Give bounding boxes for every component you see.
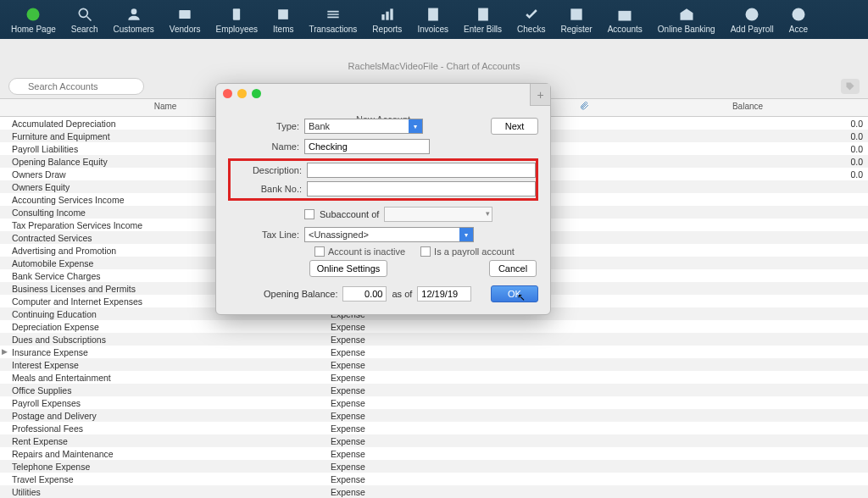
column-attach[interactable] — [542, 99, 627, 116]
description-label: Description: — [231, 165, 307, 175]
opening-balance-input[interactable] — [342, 286, 387, 302]
account-name: Depreciation Expense — [0, 322, 331, 332]
account-type: Expense — [331, 462, 542, 472]
svg-point-3 — [131, 8, 136, 14]
maximize-icon[interactable] — [252, 89, 261, 98]
onlinebanking-icon — [678, 6, 695, 23]
toolbar-invoices[interactable]: Invoices — [409, 4, 456, 36]
account-balance: 0.0 — [627, 119, 868, 129]
asof-date-input[interactable] — [417, 286, 471, 302]
svg-point-1 — [79, 8, 87, 17]
minimize-icon[interactable] — [237, 89, 247, 98]
svg-rect-11 — [478, 8, 488, 20]
svg-rect-5 — [233, 8, 240, 19]
table-row[interactable]: Office SuppliesExpense — [0, 384, 868, 396]
toolbar-search[interactable]: Search — [64, 4, 106, 36]
window-title: RachelsMacVideoFile - Chart of Accounts — [0, 56, 868, 75]
table-row[interactable]: Travel ExpenseExpense — [0, 473, 868, 485]
account-type: Expense — [331, 423, 542, 434]
register-icon — [568, 6, 585, 23]
account-type: Expense — [331, 347, 542, 357]
account-type: Expense — [331, 436, 542, 446]
cancel-button[interactable]: Cancel — [489, 260, 537, 277]
close-icon[interactable] — [223, 89, 232, 98]
toolbar-onlinebanking[interactable]: Online Banking — [650, 4, 723, 36]
payroll-checkbox[interactable] — [420, 246, 431, 257]
table-row[interactable]: Payroll ExpensesExpense — [0, 396, 868, 409]
account-name: Travel Expense — [0, 474, 331, 484]
svg-point-0 — [27, 8, 40, 20]
chevron-down-icon: ▾ — [409, 119, 422, 133]
online-settings-button[interactable]: Online Settings — [309, 260, 387, 277]
table-row[interactable]: ▶Insurance ExpenseExpense — [0, 346, 868, 358]
account-type: Expense — [331, 487, 542, 497]
table-row[interactable]: Interest ExpenseExpense — [0, 358, 868, 371]
toolbar-customers[interactable]: Customers — [106, 4, 162, 36]
toolbar-transactions[interactable]: Transactions — [301, 4, 364, 36]
table-row[interactable]: Repairs and MaintenanceExpense — [0, 447, 868, 460]
acce-icon — [790, 6, 807, 23]
account-type: Expense — [331, 449, 542, 459]
cursor-icon: ↖ — [517, 291, 526, 303]
toolbar-checks[interactable]: Checks — [509, 4, 553, 36]
account-type: Expense — [331, 398, 542, 408]
toolbar-vendors[interactable]: Vendors — [162, 4, 209, 36]
svg-rect-9 — [390, 8, 392, 19]
name-label: Name: — [228, 141, 304, 152]
svg-rect-4 — [180, 10, 191, 19]
account-type: Expense — [331, 360, 542, 370]
table-row[interactable]: Rent ExpenseExpense — [0, 434, 868, 447]
table-row[interactable]: Telephone ExpenseExpense — [0, 460, 868, 473]
tag-icon[interactable] — [841, 79, 860, 94]
taxline-select[interactable]: <Unassigned> ▾ — [304, 227, 474, 242]
toolbar-items[interactable]: Items — [265, 4, 301, 36]
account-balance: 0.0 — [627, 157, 868, 167]
employees-icon — [228, 6, 245, 23]
toolbar-employees[interactable]: Employees — [209, 4, 265, 36]
opening-balance-label: Opening Balance: — [264, 289, 337, 299]
ok-button[interactable]: OK ↖ — [491, 285, 538, 302]
column-balance[interactable]: Balance — [627, 99, 868, 116]
account-name: Repairs and Maintenance — [0, 449, 331, 459]
account-balance: 0.0 — [627, 131, 868, 141]
toolbar-addpayroll[interactable]: Add Payroll — [723, 4, 782, 36]
checks-icon — [523, 6, 540, 23]
customers-icon — [125, 6, 142, 23]
toolbar-accounts[interactable]: Accounts — [600, 4, 650, 36]
toolbar-enterbills[interactable]: Enter Bills — [456, 4, 509, 36]
inactive-checkbox[interactable] — [314, 246, 325, 257]
toolbar-reports[interactable]: Reports — [364, 4, 409, 36]
table-row[interactable]: Meals and EntertainmentExpense — [0, 371, 868, 384]
svg-rect-12 — [570, 8, 581, 19]
description-input[interactable] — [307, 163, 536, 178]
table-row[interactable]: UtilitiesExpense — [0, 485, 868, 498]
subaccount-select[interactable]: ▾ — [384, 207, 492, 222]
table-row[interactable]: Professional FeesExpense — [0, 422, 868, 434]
items-icon — [275, 6, 292, 23]
chevron-down-icon: ▾ — [486, 209, 490, 218]
svg-rect-8 — [386, 11, 388, 19]
svg-rect-10 — [428, 8, 438, 20]
search-input[interactable] — [8, 78, 144, 95]
account-type: Expense — [331, 474, 542, 484]
payroll-label: Is a payroll account — [434, 246, 515, 257]
asof-label: as of — [392, 289, 412, 299]
toolbar-home[interactable]: Home Page — [3, 4, 64, 36]
bankno-label: Bank No.: — [231, 184, 307, 194]
highlighted-fields: Description: Bank No.: — [228, 158, 538, 201]
search-icon — [76, 6, 93, 23]
name-input[interactable] — [304, 139, 430, 154]
type-select[interactable]: Bank ▾ — [304, 119, 423, 134]
bankno-input[interactable] — [307, 181, 536, 196]
subaccount-checkbox[interactable] — [304, 209, 314, 219]
accounts-icon — [616, 6, 633, 23]
home-icon — [25, 6, 42, 23]
account-type: Expense — [331, 373, 542, 383]
svg-point-14 — [746, 8, 759, 20]
paperclip-icon — [580, 102, 590, 112]
table-row[interactable]: Depreciation ExpenseExpense — [0, 320, 868, 333]
toolbar-register[interactable]: Register — [553, 4, 599, 36]
table-row[interactable]: Dues and SubscriptionsExpense — [0, 333, 868, 346]
toolbar-acce[interactable]: Acce — [782, 4, 815, 36]
table-row[interactable]: Postage and DeliveryExpense — [0, 409, 868, 422]
